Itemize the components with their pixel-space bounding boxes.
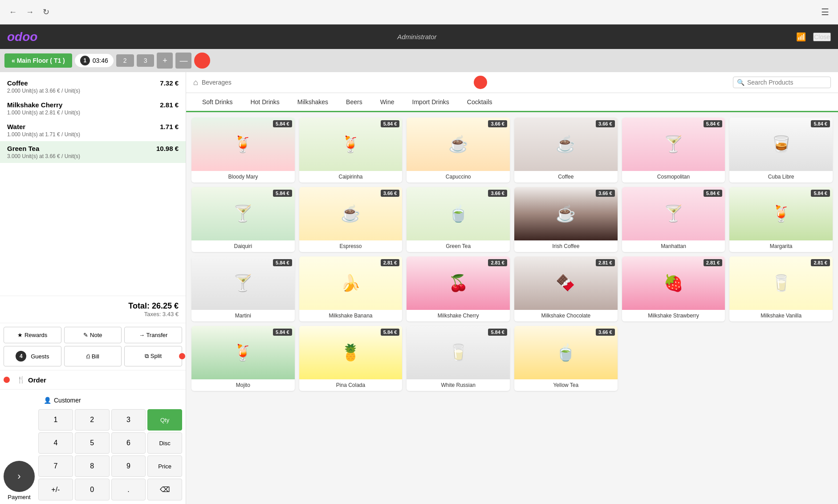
product-card[interactable]: 🍓 2.81 € Milkshake Strawberry <box>622 256 725 321</box>
rewards-button[interactable]: ★ Rewards <box>4 327 61 343</box>
product-card[interactable]: 🍸 5.84 € Daiquiri <box>191 187 295 252</box>
numpad-key-6[interactable]: 6 <box>111 432 146 454</box>
order-tab-3[interactable]: 3 <box>137 54 155 67</box>
menu-button[interactable]: ☰ <box>819 5 831 19</box>
payment-button[interactable]: › <box>4 461 35 492</box>
category-tab-3[interactable]: Beers <box>337 93 371 111</box>
order-red-dot <box>4 377 10 383</box>
order-btn-row: 🍴 Order <box>0 370 186 389</box>
product-price-badge: 2.81 € <box>488 259 507 266</box>
product-price-badge: 5.84 € <box>704 120 723 127</box>
numpad: 123Qty456Disc789Price+/-0.⌫ <box>38 409 182 500</box>
numpad-key-1[interactable]: 1 <box>38 409 73 431</box>
numpad-key-5[interactable]: 5 <box>75 432 110 454</box>
add-order-button[interactable]: + <box>157 53 173 69</box>
product-card[interactable]: 🍌 2.81 € Milkshake Banana <box>299 256 403 321</box>
order-label: Order <box>28 376 46 384</box>
product-card[interactable]: 🍹 5.84 € Margarita <box>729 187 833 252</box>
product-card[interactable]: 🍍 5.84 € Pina Colada <box>299 326 403 391</box>
numpad-key-4[interactable]: 4 <box>38 432 73 454</box>
order-button[interactable]: 🍴 Order <box>13 372 50 387</box>
order-item[interactable]: Milkshake Cherry 2.81 € 1.000 Unit(s) at… <box>0 98 186 119</box>
numpad-key-7[interactable]: 7 <box>38 455 73 477</box>
product-card[interactable]: 🍵 3.66 € Green Tea <box>407 187 510 252</box>
product-image: 🍌 2.81 € <box>299 256 403 310</box>
numpad-key-qty[interactable]: Qty <box>147 409 182 431</box>
numpad-key-[interactable]: ⌫ <box>147 479 182 500</box>
remove-order-button[interactable]: — <box>175 53 191 69</box>
product-card[interactable]: ☕ 3.66 € Coffee <box>514 118 618 183</box>
product-card[interactable]: 🍫 2.81 € Milkshake Chocolate <box>514 256 618 321</box>
numpad-key-3[interactable]: 3 <box>111 409 146 431</box>
header-right: 📶 Close <box>796 32 831 42</box>
product-price-badge: 3.66 € <box>488 120 507 127</box>
order-item[interactable]: Coffee 7.32 € 2.000 Unit(s) at 3.66 € / … <box>0 76 186 98</box>
product-card[interactable]: 🍸 5.84 € Cosmopolitan <box>622 118 725 183</box>
product-card[interactable]: ☕ 3.66 € Espresso <box>299 187 403 252</box>
category-tab-5[interactable]: Import Drinks <box>403 93 458 111</box>
split-button[interactable]: ⧉ Split <box>124 346 182 366</box>
numpad-key-2[interactable]: 2 <box>75 409 110 431</box>
product-image: 🥛 2.81 € <box>729 256 833 310</box>
order-tab-2[interactable]: 2 <box>116 54 134 67</box>
product-card[interactable]: 🥛 5.84 € White Russian <box>407 326 510 391</box>
forward-button[interactable]: → <box>24 6 36 19</box>
product-name: Irish Coffee <box>514 240 618 252</box>
product-price-badge: 3.66 € <box>381 190 400 197</box>
bill-button[interactable]: ⎙ Bill <box>64 346 122 366</box>
order-item[interactable]: Water 1.71 € 1.000 Unit(s) at 1.71 € / U… <box>0 119 186 141</box>
product-name: Milkshake Chocolate <box>514 310 618 321</box>
product-price-badge: 2.81 € <box>381 259 400 266</box>
product-card[interactable]: 🍹 5.84 € Caipirinha <box>299 118 403 183</box>
product-image: 🍸 5.84 € <box>622 118 725 171</box>
numpad-key-price[interactable]: Price <box>147 455 182 477</box>
numpad-key-0[interactable]: 0 <box>75 479 110 500</box>
product-price-badge: 5.84 € <box>273 259 292 266</box>
numpad-area: › Payment 👤 Customer 123Qty456Disc789Pri… <box>0 389 186 504</box>
numpad-key-disc[interactable]: Disc <box>147 432 182 454</box>
category-tab-0[interactable]: Soft Drinks <box>193 93 241 111</box>
product-name: Caipirinha <box>299 171 403 183</box>
product-card[interactable]: 🥛 2.81 € Milkshake Vanilla <box>729 256 833 321</box>
product-card[interactable]: ☕ 3.66 € Irish Coffee <box>514 187 618 252</box>
product-card[interactable]: 🥃 5.84 € Cuba Libre <box>729 118 833 183</box>
product-card[interactable]: 🍒 2.81 € Milkshake Cherry <box>407 256 510 321</box>
guests-button[interactable]: 4 Guests <box>4 346 61 366</box>
product-card[interactable]: 🍵 3.66 € Yellow Tea <box>514 326 618 391</box>
numpad-key-[interactable]: +/- <box>38 479 73 500</box>
refresh-button[interactable]: ↻ <box>41 5 51 19</box>
close-button[interactable]: Close <box>813 33 831 41</box>
home-button[interactable]: ⌂ <box>193 78 198 87</box>
product-emoji: 🥃 <box>771 135 791 154</box>
transfer-button[interactable]: → Transfer <box>124 327 182 343</box>
category-tab-1[interactable]: Hot Drinks <box>241 93 288 111</box>
floor-button[interactable]: « Main Floor ( T1 ) <box>4 53 72 68</box>
note-button[interactable]: ✎ Note <box>64 327 122 343</box>
back-button[interactable]: ← <box>7 6 19 19</box>
customer-button[interactable]: 👤 Customer <box>38 393 182 407</box>
product-card[interactable]: ☕ 3.66 € Capuccino <box>407 118 510 183</box>
category-tab-2[interactable]: Milkshakes <box>289 93 337 111</box>
search-input[interactable] <box>747 79 827 86</box>
category-tab-4[interactable]: Wine <box>371 93 403 111</box>
order-tab-1[interactable]: 1 03:46 <box>75 54 114 67</box>
product-card[interactable]: 🍹 5.84 € Mojito <box>191 326 295 391</box>
numpad-key-[interactable]: . <box>111 479 146 500</box>
product-card[interactable]: 🍸 5.84 € Martini <box>191 256 295 321</box>
numpad-key-8[interactable]: 8 <box>75 455 110 477</box>
search-bar[interactable]: 🔍 <box>733 77 831 88</box>
tax-amount: Taxes: 3.43 € <box>7 311 179 317</box>
product-emoji: 🥛 <box>448 343 468 362</box>
order-item[interactable]: Green Tea 10.98 € 3.000 Unit(s) at 3.66 … <box>0 141 186 163</box>
product-image: 🍹 5.84 € <box>729 187 833 240</box>
order-tab-num: 1 <box>80 56 90 65</box>
product-image: ☕ 3.66 € <box>299 187 403 240</box>
product-emoji: 🍹 <box>341 135 361 154</box>
numpad-key-9[interactable]: 9 <box>111 455 146 477</box>
order-tab-time: 03:46 <box>93 57 108 64</box>
product-card[interactable]: 🍹 5.84 € Bloody Mary <box>191 118 295 183</box>
category-tab-6[interactable]: Cocktails <box>458 93 501 111</box>
item-detail: 3.000 Unit(s) at 3.66 € / Unit(s) <box>7 153 179 159</box>
product-emoji: 🍸 <box>233 204 253 223</box>
product-card[interactable]: 🍸 5.84 € Manhattan <box>622 187 725 252</box>
